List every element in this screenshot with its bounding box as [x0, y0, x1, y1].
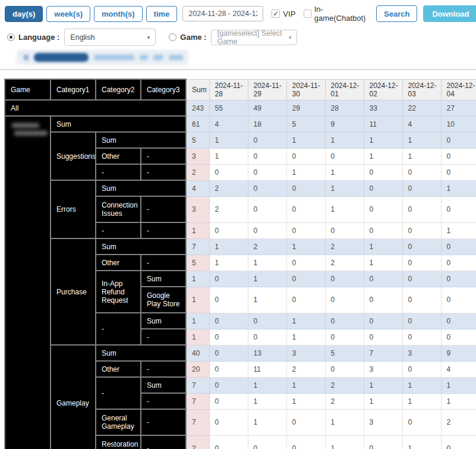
value-cell: 1	[441, 180, 476, 196]
redacted-primary-button[interactable]	[34, 53, 89, 62]
value-cell: 2	[286, 361, 325, 377]
period-button-weeks[interactable]: week(s)	[46, 6, 90, 22]
value-cell: 29	[286, 100, 325, 116]
language-select[interactable]: English ▾	[64, 29, 156, 46]
sum-cell: 3	[186, 148, 209, 164]
value-cell: 1	[286, 132, 325, 148]
period-button-months[interactable]: month(s)	[94, 6, 143, 22]
category-cell: Google Play Store	[141, 287, 186, 313]
value-cell: 1	[286, 377, 325, 393]
value-cell: 1	[248, 287, 286, 313]
value-cell: 0	[364, 329, 402, 345]
redacted-link[interactable]	[94, 55, 134, 60]
game-radio[interactable]	[169, 33, 176, 41]
value-cell: 0	[209, 345, 248, 361]
value-cell: 0	[325, 287, 364, 313]
caret-down-icon: ▾	[147, 34, 150, 40]
category-cell: Sum	[141, 313, 186, 329]
ingame-chatbot-checkbox[interactable]	[304, 10, 311, 18]
sum-cell: 1	[186, 287, 209, 313]
category-cell: Other	[96, 148, 141, 164]
redacted-toolbar	[17, 50, 188, 65]
value-cell: 1	[441, 222, 476, 238]
value-cell: 0	[325, 222, 364, 238]
value-cell: 1	[209, 148, 248, 164]
date-range-input[interactable]	[182, 6, 263, 21]
value-cell: 0	[402, 361, 441, 377]
category-cell: Gameplay	[51, 345, 96, 449]
value-cell: 0	[286, 271, 325, 287]
value-cell: 1	[248, 255, 286, 271]
redacted-link[interactable]	[140, 55, 148, 60]
value-cell: 1	[364, 377, 402, 393]
vip-checkbox[interactable]: ✓	[272, 10, 280, 18]
vip-label: VIP	[283, 10, 295, 18]
search-button[interactable]: Search	[376, 5, 417, 22]
value-cell: 9	[325, 116, 364, 132]
report-table-wrap: GameCategory1Category2Category3Sum2024-1…	[4, 79, 476, 449]
value-cell: 0	[248, 222, 286, 238]
game-select-value: [gameselect] Select Game	[217, 29, 285, 46]
column-header: 2024-11-29	[248, 79, 286, 100]
game-select[interactable]: [gameselect] Select Game ▾	[211, 30, 297, 45]
value-cell: 0	[364, 196, 402, 222]
value-cell: 0	[209, 287, 248, 313]
value-cell: 0	[209, 271, 248, 287]
sum-cell: 1	[186, 329, 209, 345]
column-header: Game	[5, 79, 51, 100]
value-cell: 1	[325, 164, 364, 180]
value-cell: 0	[364, 271, 402, 287]
category-cell: -	[141, 164, 186, 180]
value-cell: 1	[402, 435, 441, 449]
column-header: Sum	[186, 79, 209, 100]
category-cell: Purchase	[51, 238, 96, 345]
value-cell: 1	[286, 393, 325, 409]
redacted-link[interactable]	[169, 55, 183, 60]
value-cell: 0	[364, 435, 402, 449]
redacted-link[interactable]	[153, 55, 163, 60]
value-cell: 5	[286, 116, 325, 132]
value-cell: 0	[209, 329, 248, 345]
value-cell: 0	[441, 435, 476, 449]
value-cell: 1	[364, 238, 402, 255]
value-cell: 3	[364, 409, 402, 435]
period-button-days[interactable]: day(s)	[5, 6, 43, 22]
value-cell: 0	[441, 255, 476, 271]
category-cell: -	[141, 329, 186, 345]
report-page: day(s) week(s) month(s) time ✓ VIP In-ga…	[0, 0, 476, 449]
download-button[interactable]: Download	[423, 5, 476, 22]
sum-cell: 7	[186, 409, 209, 435]
category-cell: -	[141, 435, 186, 449]
value-cell: 0	[441, 132, 476, 148]
value-cell: 0	[209, 393, 248, 409]
value-cell: 0	[441, 164, 476, 180]
value-cell: 0	[286, 148, 325, 164]
language-radio[interactable]	[7, 33, 15, 41]
value-cell: 0	[402, 164, 441, 180]
value-cell: 0	[364, 222, 402, 238]
value-cell: 1	[364, 132, 402, 148]
value-cell: 2	[325, 377, 364, 393]
value-cell: 10	[441, 116, 476, 132]
category-cell: Restoration Request	[96, 435, 141, 449]
category-cell: Sum	[96, 238, 186, 255]
column-header: Category2	[96, 79, 141, 100]
value-cell: 2	[325, 255, 364, 271]
value-cell: 1	[286, 238, 325, 255]
value-cell: 0	[248, 196, 286, 222]
period-button-time[interactable]: time	[146, 6, 178, 22]
section-divider	[0, 69, 476, 70]
value-cell: 0	[402, 313, 441, 329]
category-cell: Other	[96, 361, 141, 377]
column-header: 2024-12-04	[441, 79, 476, 100]
value-cell: 4	[402, 116, 441, 132]
category-cell: Errors	[51, 180, 96, 238]
value-cell: 0	[209, 435, 248, 449]
category-cell: -	[141, 409, 186, 435]
value-cell: 11	[364, 116, 402, 132]
value-cell: 0	[325, 361, 364, 377]
redacted-icon	[24, 55, 29, 60]
value-cell: 1	[209, 255, 248, 271]
value-cell: 3	[286, 345, 325, 361]
value-cell: 1	[402, 377, 441, 393]
